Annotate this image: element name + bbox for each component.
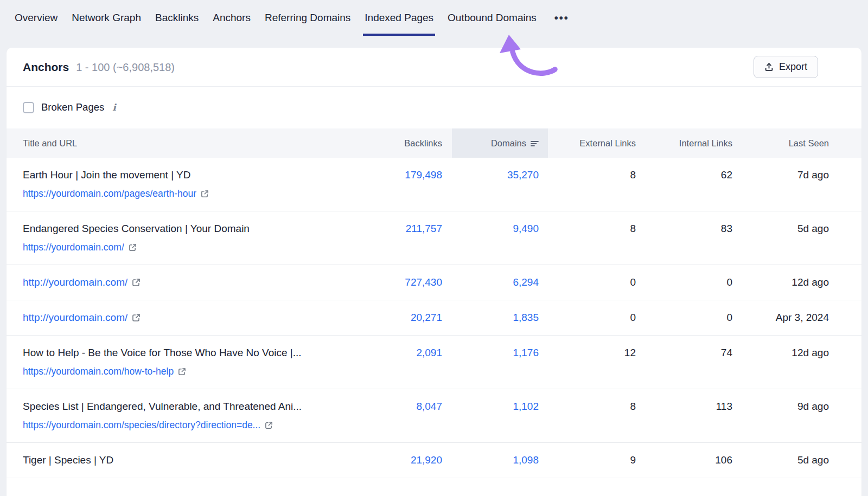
external-link-icon[interactable] [265, 421, 273, 429]
internal-links-count: 62 [636, 169, 732, 181]
domains-count[interactable]: 1,098 [513, 454, 539, 466]
backlinks-count[interactable]: 21,920 [411, 454, 442, 466]
domains-count[interactable]: 9,490 [513, 223, 539, 234]
internal-links-count: 113 [636, 401, 732, 413]
backlinks-count[interactable]: 2,091 [416, 347, 442, 358]
table-row: Tiger | Species | YD 21,920 1,098 9 106 … [7, 443, 861, 478]
backlinks-count[interactable]: 20,271 [411, 312, 442, 323]
page-url-link[interactable]: http://yourdomain.com/ [23, 276, 127, 288]
broken-pages-label[interactable]: Broken Pages [41, 101, 104, 113]
page-title-text: How to Help - Be the Voice for Those Who… [23, 347, 331, 359]
external-links-count: 0 [548, 276, 636, 288]
page-title: Anchors [23, 61, 69, 74]
page-url-link[interactable]: http://yourdomain.com/ [23, 312, 127, 324]
page-url-link[interactable]: https://yourdomain.com/ [23, 242, 124, 253]
external-links-count: 8 [548, 169, 636, 181]
report-card: Anchors 1 - 100 (~6,908,518) Export Brok… [7, 48, 861, 496]
external-link-icon[interactable] [132, 278, 141, 287]
external-link-icon[interactable] [178, 368, 186, 376]
export-button[interactable]: Export [754, 56, 818, 78]
backlinks-count[interactable]: 727,430 [405, 276, 442, 288]
table-row: Species List | Endangered, Vulnerable, a… [7, 389, 861, 443]
internal-links-count: 0 [636, 276, 732, 288]
column-last-seen[interactable]: Last Seen [732, 128, 829, 158]
broken-pages-checkbox[interactable] [23, 102, 34, 113]
result-range: 1 - 100 (~6,908,518) [76, 61, 175, 74]
internal-links-count: 74 [636, 347, 732, 359]
last-seen-value: 5d ago [732, 223, 829, 235]
sort-descending-icon [531, 140, 539, 147]
internal-links-count: 0 [636, 312, 732, 324]
external-links-count: 0 [548, 312, 636, 324]
page-title-text: Tiger | Species | YD [23, 454, 331, 466]
external-links-count: 9 [548, 454, 636, 466]
column-internal-links[interactable]: Internal Links [636, 128, 732, 158]
top-nav: Overview Network Graph Backlinks Anchors… [0, 0, 868, 36]
tab-outbound-domains[interactable]: Outbound Domains [441, 0, 544, 36]
last-seen-value: 7d ago [732, 169, 829, 181]
last-seen-value: 12d ago [732, 347, 829, 359]
tab-overview[interactable]: Overview [8, 0, 65, 36]
internal-links-count: 83 [636, 223, 732, 235]
card-header: Anchors 1 - 100 (~6,908,518) Export [7, 48, 861, 87]
domains-count[interactable]: 1,835 [513, 312, 539, 323]
info-icon[interactable]: i [111, 102, 116, 113]
backlinks-count[interactable]: 211,757 [406, 223, 442, 234]
tab-network-graph[interactable]: Network Graph [65, 0, 148, 36]
last-seen-value: 12d ago [732, 276, 829, 288]
last-seen-value: 9d ago [732, 401, 829, 413]
external-links-count: 8 [548, 401, 636, 413]
domains-count[interactable]: 6,294 [513, 276, 539, 288]
backlinks-count[interactable]: 179,498 [405, 169, 442, 181]
last-seen-value: Apr 3, 2024 [732, 312, 829, 324]
domains-count[interactable]: 35,270 [507, 169, 539, 181]
column-domains-label: Domains [491, 138, 526, 149]
table-header: Title and URL Backlinks Domains External… [7, 128, 861, 158]
table-row: Endangered Species Conservation | Your D… [7, 211, 861, 265]
export-icon [764, 62, 774, 72]
table-row: How to Help - Be the Voice for Those Who… [7, 336, 861, 389]
more-tabs-button[interactable]: ••• [544, 0, 576, 36]
tab-indexed-pages[interactable]: Indexed Pages [358, 0, 441, 36]
internal-links-count: 106 [636, 454, 732, 466]
external-link-icon[interactable] [132, 313, 141, 322]
external-link-icon[interactable] [129, 243, 137, 252]
external-link-icon[interactable] [201, 190, 209, 198]
page-url-link[interactable]: https://yourdomain.com/species/directory… [23, 420, 260, 431]
filter-row: Broken Pages i [7, 87, 861, 128]
column-backlinks[interactable]: Backlinks [347, 128, 452, 158]
table-row: http://yourdomain.com/ 727,430 6,294 0 0… [7, 265, 861, 300]
column-title-and-url: Title and URL [23, 128, 347, 158]
page-url-link[interactable]: https://yourdomain.com/how-to-help [23, 366, 174, 377]
column-external-links[interactable]: External Links [548, 128, 636, 158]
tab-anchors[interactable]: Anchors [206, 0, 258, 36]
table-row: http://yourdomain.com/ 20,271 1,835 0 0 … [7, 300, 861, 336]
last-seen-value: 5d ago [732, 454, 829, 466]
page-title-text: Endangered Species Conservation | Your D… [23, 223, 331, 235]
tab-referring-domains[interactable]: Referring Domains [258, 0, 358, 36]
backlinks-count[interactable]: 8,047 [416, 401, 442, 412]
export-button-label: Export [779, 61, 807, 73]
external-links-count: 8 [548, 223, 636, 235]
table-row: Earth Hour | Join the movement | YD http… [7, 158, 861, 211]
external-links-count: 12 [548, 347, 636, 359]
column-domains-sorted[interactable]: Domains [452, 128, 548, 158]
domains-count[interactable]: 1,176 [513, 347, 539, 358]
domains-count[interactable]: 1,102 [513, 401, 539, 412]
tab-backlinks[interactable]: Backlinks [148, 0, 206, 36]
page-url-link[interactable]: https://yourdomain.com/pages/earth-hour [23, 188, 196, 199]
page-title-text: Species List | Endangered, Vulnerable, a… [23, 401, 331, 413]
page-title-text: Earth Hour | Join the movement | YD [23, 169, 331, 181]
